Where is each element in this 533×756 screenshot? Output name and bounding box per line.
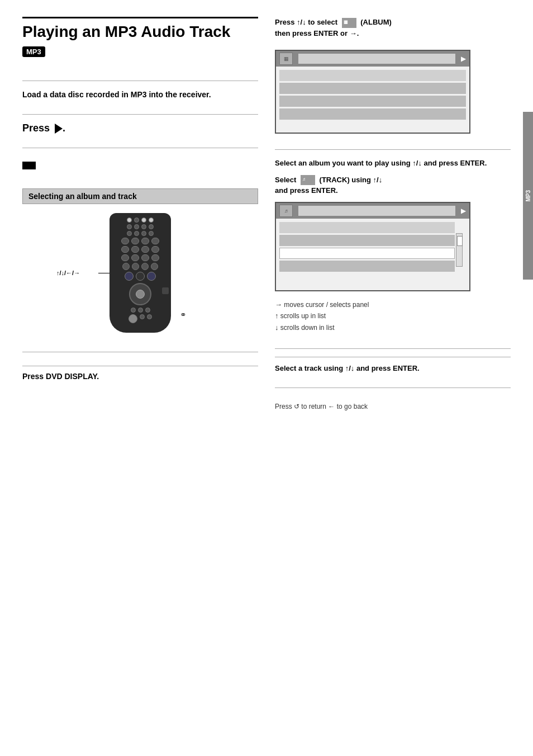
press-play-text: Press .	[22, 122, 258, 134]
divider-1	[22, 81, 258, 81]
remote-btn-16	[151, 238, 159, 244]
remote-btn-22	[131, 254, 139, 261]
final-note-text: Press ↺ to return ← to go back	[275, 401, 511, 412]
remote-row-bottom-1	[113, 308, 168, 313]
remote-btn-b1	[131, 308, 136, 313]
screen-track-item-3-selected	[279, 248, 455, 259]
remote-btn-20	[151, 246, 159, 253]
remote-btn-24	[151, 254, 159, 261]
arrow-down-sym: ↓	[275, 323, 279, 332]
remote-row-3	[113, 231, 168, 236]
remote-btn-10	[134, 231, 139, 236]
headphone-connector: ⚭	[180, 310, 187, 319]
press-label: Press	[22, 122, 50, 134]
play-symbol: .	[63, 122, 65, 134]
nav-desc-3: ↓ scrolls down in list	[275, 322, 511, 334]
page-title: Playing an MP3 Audio Track	[22, 23, 258, 41]
scroll-bar	[456, 233, 463, 267]
screen-track-item-1	[279, 222, 455, 233]
remote-btn-b6	[147, 314, 152, 319]
screen-top-bar-1: ▦ ▶	[276, 51, 469, 67]
album-label-text: (ALBUM)	[360, 18, 392, 26]
remote-btn-14	[131, 238, 139, 244]
remote-btn-23	[141, 254, 149, 261]
remote-btn-21	[121, 254, 129, 261]
divider-right-1	[275, 149, 511, 150]
step1-text: Load a data disc recorded in MP3 into th…	[22, 89, 258, 101]
screen-mockup-track: ♬ ▶	[275, 202, 470, 291]
screen-bar-content-2	[298, 206, 455, 216]
divider-3	[22, 148, 258, 148]
step-album-text: Press ↑/↓ to select ▦ (ALBUM) then press…	[275, 17, 511, 39]
left-column: Playing an MP3 Audio Track MP3 Load a da…	[22, 17, 258, 739]
divider-right-2	[275, 348, 511, 349]
screen-item-3	[279, 96, 466, 107]
track-icon-inline: ♬	[301, 175, 315, 185]
remote-btn-8	[149, 224, 154, 229]
page-container: Playing an MP3 Audio Track MP3 Load a da…	[0, 0, 533, 756]
remote-btn-12	[149, 231, 154, 236]
remote-btn-2	[134, 218, 139, 223]
title-section: Playing an MP3 Audio Track MP3	[22, 17, 258, 66]
remote-btn-b4	[129, 314, 137, 323]
screen-track-item-4	[279, 261, 455, 272]
remote-btn-13	[121, 238, 129, 244]
remote-btn-28	[151, 263, 158, 270]
remote-btn-17	[121, 246, 129, 253]
screen-track-item-2	[279, 235, 455, 246]
nav-description: → moves cursor / selects panel ↑ scrolls…	[275, 299, 511, 334]
mp3-badge: MP3	[22, 46, 45, 57]
screen-item-4	[279, 108, 466, 120]
remote-side-btn	[162, 287, 169, 294]
selecting-header: Selecting an album and track	[22, 188, 258, 204]
remote-btn-6	[134, 224, 139, 229]
remote-bottom	[113, 308, 168, 323]
remote-btn-3	[141, 218, 146, 223]
remote-btn-18	[131, 246, 139, 253]
remote-btn-9	[127, 231, 132, 236]
album-icon-inline: ▦	[342, 18, 356, 28]
screen-play-arrow: ▶	[461, 55, 466, 63]
remote-container: ↑/↓/←/→	[22, 213, 258, 333]
step-album-label: Press ↑/↓ to select	[275, 18, 337, 26]
remote-btn-large-3	[147, 272, 156, 281]
screen-top-bar-2: ♬ ▶	[276, 203, 469, 219]
then-press-text: then press ENTER or →.	[275, 29, 359, 37]
play-icon	[55, 124, 63, 134]
right-column: Press ↑/↓ to select ▦ (ALBUM) then press…	[275, 17, 511, 739]
arrow-line	[98, 273, 110, 273]
arrow-up-sym: ↑	[275, 311, 279, 320]
dpad[interactable]	[129, 283, 151, 305]
remote-btn-b5	[140, 314, 145, 319]
select-label: Select	[275, 176, 296, 184]
screen-album-icon: ▦	[279, 53, 293, 65]
side-accent-text: MP3	[525, 190, 531, 202]
nav-desc-2: ↑ scrolls up in list	[275, 310, 511, 322]
select-album-text: Select an album you want to play using ↑…	[275, 158, 511, 169]
remote-row-1	[113, 218, 168, 223]
remote-btn-5	[127, 224, 132, 229]
screen-body-1	[279, 70, 466, 120]
select-track-final-text: Select a track using ↑/↓ and press ENTER…	[275, 357, 511, 374]
remote-control	[110, 213, 171, 333]
step-album-section: Press ↑/↓ to select ▦ (ALBUM) then press…	[275, 17, 511, 44]
press-dvd-text: Press DVD DISPLAY.	[22, 366, 258, 381]
remote-row-bottom-2	[113, 314, 168, 323]
remote-btn-b2	[138, 308, 143, 313]
remote-btn-19	[141, 246, 149, 253]
remote-btn-large-1	[125, 272, 134, 281]
remote-btn-15	[141, 238, 149, 244]
remote-btn-7	[141, 224, 146, 229]
remote-row-4	[113, 238, 168, 244]
remote-row-8	[113, 272, 168, 281]
select-track-icon-text: Select ♬ (TRACK) using ↑/↓ and press ENT…	[275, 174, 511, 196]
remote-row-6	[113, 254, 168, 261]
remote-btn-26	[132, 263, 139, 270]
remote-btn-1	[127, 218, 132, 223]
screen-mockup-album: ▦ ▶	[275, 50, 470, 134]
screen-track-icon: ♬	[279, 205, 293, 217]
screen-play-arrow-2: ▶	[461, 207, 466, 215]
remote-btn-side	[162, 287, 169, 294]
remote-row-5	[113, 246, 168, 253]
divider-4	[22, 352, 258, 352]
